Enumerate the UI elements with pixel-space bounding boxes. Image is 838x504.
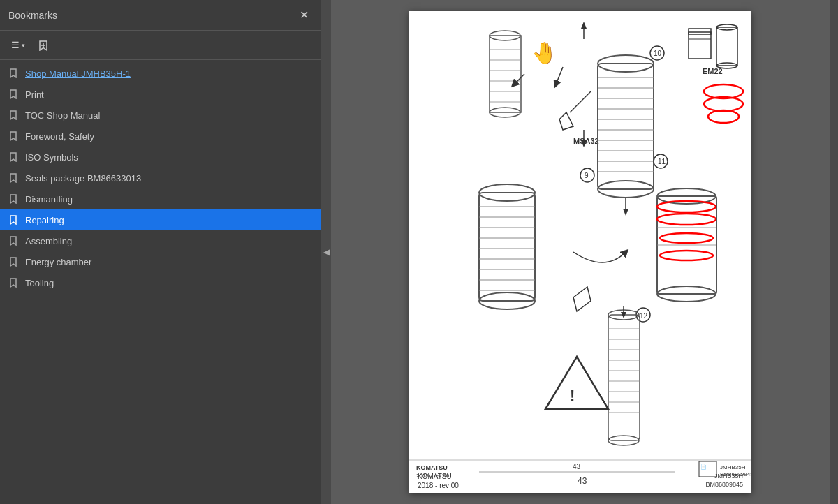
bookmark-ribbon-icon — [8, 110, 18, 121]
bookmark-ribbon-icon — [8, 256, 18, 267]
bookmark-ribbon-icon — [8, 277, 18, 288]
bookmark-list: Shop Manual JMHB35H-1PrintTOC Shop Manua… — [0, 60, 321, 504]
svg-text:11: 11 — [658, 158, 666, 165]
bookmark-item-dismantling[interactable]: Dismantling — [0, 188, 321, 209]
panel-header: Bookmarks ✕ — [0, 0, 321, 31]
bookmark-label: Energy chamber — [25, 257, 91, 267]
bookmark-label: Dismantling — [25, 194, 73, 205]
bookmarks-panel: Bookmarks ✕ ☰ ▾ Shop Manual JMHB35H-1Pri… — [0, 0, 321, 504]
bookmark-item-shop-manual[interactable]: Shop Manual JMHB35H-1 — [0, 63, 321, 84]
bookmark-ribbon-icon — [8, 131, 18, 142]
bookmark-label: Repairing — [25, 215, 64, 225]
bookmark-item-assembling[interactable]: Assembling — [0, 230, 321, 251]
bookmark-ribbon-icon — [8, 151, 18, 163]
bookmark-item-toc-shop-manual[interactable]: TOC Shop Manual — [0, 105, 321, 126]
bookmark-ribbon-icon — [8, 68, 18, 79]
year-rev: 2018 - rev 00 — [418, 481, 459, 490]
bookmark-label: TOC Shop Manual — [25, 110, 100, 121]
page-number: 43 — [578, 476, 587, 486]
bookmark-ribbon-icon — [8, 214, 18, 225]
bookmark-item-tooling[interactable]: Tooling — [0, 272, 321, 293]
svg-text:9: 9 — [585, 172, 589, 179]
bookmark-item-foreword-safety[interactable]: Foreword, Safety — [0, 126, 321, 147]
bookmark-ribbon-icon — [8, 193, 18, 205]
brand-name: KOMATSU — [418, 472, 459, 481]
svg-text:🤚: 🤚 — [531, 40, 558, 66]
list-arrow-icon: ▾ — [22, 42, 25, 49]
bookmark-item-print[interactable]: Print — [0, 84, 321, 105]
bookmarks-toolbar: ☰ ▾ — [0, 31, 321, 60]
bookmark-label: Foreword, Safety — [25, 131, 94, 142]
bookmark-label: Print — [25, 89, 44, 100]
document-page: EM22 10 🤚 — [409, 11, 751, 493]
svg-text:12: 12 — [640, 312, 648, 320]
doc-code: JMHB35H BM86809845 — [705, 473, 743, 489]
bookmark-ribbon-icon — [8, 172, 18, 184]
page-footer: KOMATSU 2018 - rev 00 43 JMHB35H BM86809… — [409, 468, 751, 493]
svg-text:10: 10 — [654, 50, 662, 57]
footer-doc-code: JMHB35H BM86809845 — [705, 473, 743, 489]
bookmark-ribbon-icon — [8, 89, 18, 100]
bookmark-label: Assembling — [25, 236, 72, 246]
diagram-svg: EM22 10 🤚 — [409, 11, 751, 493]
bookmark-label: ISO Symbols — [25, 152, 78, 163]
list-icon: ☰ — [11, 40, 20, 50]
panel-title: Bookmarks — [8, 10, 57, 21]
collapse-arrow-icon: ◀ — [323, 247, 330, 257]
bookmark-item-iso-symbols[interactable]: ISO Symbols — [0, 147, 321, 168]
document-viewer: EM22 10 🤚 — [331, 0, 830, 504]
scrollbar[interactable] — [830, 0, 838, 504]
bookmark-ribbon-icon — [8, 235, 18, 246]
bookmark-label: Tooling — [25, 278, 54, 288]
bookmark-add-button[interactable] — [34, 37, 53, 54]
panel-collapse-handle[interactable]: ◀ — [321, 0, 331, 504]
list-view-button[interactable]: ☰ ▾ — [7, 37, 29, 53]
bookmark-item-energy-chamber[interactable]: Energy chamber — [0, 251, 321, 272]
right-panel: ◀ EM22 — [321, 0, 838, 504]
bookmark-icon — [38, 40, 49, 51]
bookmark-label: Seals package BM86633013 — [25, 173, 141, 184]
bookmark-item-seals-package[interactable]: Seals package BM86633013 — [0, 168, 321, 188]
footer-brand-info: KOMATSU 2018 - rev 00 — [418, 472, 459, 490]
bookmark-label: Shop Manual JMHB35H-1 — [25, 68, 131, 79]
bookmark-item-repairing[interactable]: Repairing — [0, 209, 321, 230]
svg-text:!: ! — [570, 387, 575, 404]
close-button[interactable]: ✕ — [295, 8, 313, 22]
em22-label: EM22 — [703, 67, 723, 75]
